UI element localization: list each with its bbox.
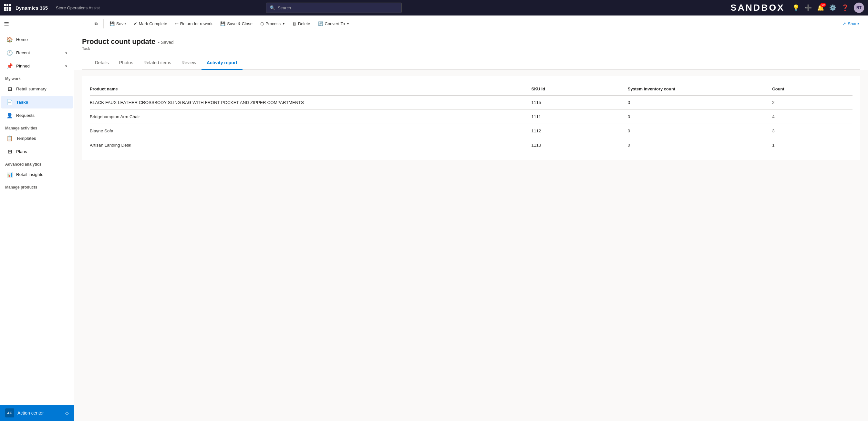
- cell-sku: 1115: [531, 96, 627, 110]
- requests-icon: 👤: [6, 112, 13, 119]
- app-subtitle: Store Operations Assist: [52, 5, 100, 10]
- sidebar-item-recent[interactable]: 🕐 Recent ∨: [1, 46, 73, 59]
- delete-icon: 🗑: [292, 21, 297, 26]
- back-icon: ←: [83, 21, 87, 26]
- help-icon[interactable]: ❓: [841, 4, 848, 11]
- sidebar-item-label: Recent: [16, 51, 30, 55]
- sidebar-item-label: Tasks: [16, 100, 28, 105]
- sidebar-item-label: Retail summary: [16, 87, 46, 91]
- page-subtitle: Task: [82, 46, 860, 51]
- cell-sku: 1111: [531, 110, 627, 124]
- back-button[interactable]: ←: [80, 20, 90, 28]
- mark-complete-button[interactable]: ✔ Mark Complete: [130, 20, 170, 28]
- convert-to-button[interactable]: 🔄 Convert To: [315, 20, 352, 28]
- cell-count: 3: [772, 124, 852, 138]
- table-row: Blayne Sofa 1112 0 3: [90, 124, 852, 138]
- retail-summary-icon: ⊞: [6, 86, 13, 92]
- table-row: Bridgehampton Arm Chair 1111 0 4: [90, 110, 852, 124]
- delete-label: Delete: [298, 21, 310, 26]
- tab-activity-report[interactable]: Activity report: [202, 56, 243, 70]
- table-container: Product name SKU Id System inventory cou…: [82, 76, 860, 160]
- rework-icon: ↩: [175, 21, 179, 26]
- nav-icons: 💡 ➕ 🔔 99 ⚙️ ❓ RT: [793, 3, 864, 13]
- page-header: Product count update - Saved Task Detail…: [74, 32, 868, 70]
- section-manage-products: Manage products: [0, 181, 74, 191]
- cell-sku: 1112: [531, 124, 627, 138]
- search-icon: 🔍: [270, 5, 275, 10]
- search-input[interactable]: [278, 5, 398, 10]
- process-label: Process: [266, 21, 281, 26]
- cell-sic: 0: [628, 138, 772, 152]
- main-layout: ☰ 🏠 Home 🕐 Recent ∨ 📌 Pinned ∨ My work ⊞…: [0, 15, 868, 421]
- sidebar-item-tasks[interactable]: 📄 Tasks: [1, 96, 73, 108]
- user-avatar[interactable]: RT: [854, 3, 864, 13]
- tabs: Details Photos Related items Review Acti…: [82, 56, 860, 70]
- cell-count: 4: [772, 110, 852, 124]
- sidebar-item-label: Templates: [16, 136, 36, 141]
- top-nav: Dynamics 365 Store Operations Assist 🔍 S…: [0, 0, 868, 15]
- action-center-label: Action center: [18, 410, 44, 416]
- save-close-button[interactable]: 💾 Save & Close: [217, 20, 256, 28]
- return-for-rework-button[interactable]: ↩ Return for rework: [172, 20, 216, 28]
- diamond-icon: ◇: [65, 410, 69, 416]
- share-button[interactable]: ↗ Share: [839, 20, 863, 28]
- sidebar-item-label: Requests: [16, 113, 35, 118]
- mark-complete-label: Mark Complete: [139, 21, 167, 26]
- col-header-sic: System inventory count: [628, 84, 772, 96]
- search-bar[interactable]: 🔍: [266, 3, 402, 13]
- save-label: Save: [116, 21, 126, 26]
- lightbulb-icon[interactable]: 💡: [793, 4, 800, 11]
- convert-icon: 🔄: [318, 21, 323, 26]
- sidebar-item-pinned[interactable]: 📌 Pinned ∨: [1, 60, 73, 72]
- col-header-count: Count: [772, 84, 852, 96]
- add-icon[interactable]: ➕: [805, 4, 812, 11]
- sidebar-item-action-center[interactable]: AC Action center ◇: [0, 405, 74, 421]
- pin-icon: 📌: [6, 63, 13, 69]
- sidebar-item-home[interactable]: 🏠 Home: [1, 33, 73, 46]
- sidebar-item-label: Pinned: [16, 64, 30, 68]
- cell-sku: 1113: [531, 138, 627, 152]
- process-icon: ⬡: [260, 21, 264, 26]
- home-icon: 🏠: [6, 36, 13, 43]
- settings-icon[interactable]: ⚙️: [829, 4, 836, 11]
- sandbox-label: SANDBOX: [731, 3, 785, 13]
- cell-product: Blayne Sofa: [90, 124, 531, 138]
- tab-related-items[interactable]: Related items: [138, 56, 176, 70]
- sidebar-item-retail-summary[interactable]: ⊞ Retail summary: [1, 83, 73, 95]
- section-advanced-analytics: Advanced analytics: [0, 158, 74, 168]
- cell-product: Artisan Landing Desk: [90, 138, 531, 152]
- popout-button[interactable]: ⧉: [91, 20, 101, 28]
- save-button[interactable]: 💾 Save: [106, 20, 129, 28]
- sidebar-item-requests[interactable]: 👤 Requests: [1, 109, 73, 122]
- templates-icon: 📋: [6, 135, 13, 141]
- process-button[interactable]: ⬡ Process: [257, 20, 288, 28]
- app-title: Dynamics 365: [16, 5, 48, 11]
- save-close-icon: 💾: [220, 21, 225, 26]
- convert-to-label: Convert To: [325, 21, 345, 26]
- share-icon: ↗: [842, 21, 846, 26]
- sidebar-item-plans[interactable]: ⊞ Plans: [1, 145, 73, 158]
- action-bar: ← ⧉ 💾 Save ✔ Mark Complete ↩ Return for …: [74, 15, 868, 32]
- col-header-product: Product name: [90, 84, 531, 96]
- grid-menu-button[interactable]: [4, 4, 11, 11]
- chevron-down-icon: ∨: [65, 51, 67, 55]
- save-close-label: Save & Close: [227, 21, 252, 26]
- hamburger-button[interactable]: ☰: [1, 18, 73, 30]
- tab-details[interactable]: Details: [90, 56, 114, 70]
- sidebar-item-templates[interactable]: 📋 Templates: [1, 132, 73, 144]
- delete-button[interactable]: 🗑 Delete: [289, 20, 314, 28]
- notification-badge: 99: [820, 3, 826, 7]
- cell-sic: 0: [628, 96, 772, 110]
- cell-count: 2: [772, 96, 852, 110]
- save-icon: 💾: [110, 21, 115, 26]
- tab-review[interactable]: Review: [176, 56, 202, 70]
- col-header-sku: SKU Id: [531, 84, 627, 96]
- recent-icon: 🕐: [6, 50, 13, 56]
- page-content: Product name SKU Id System inventory cou…: [74, 70, 868, 421]
- notification-icon[interactable]: 🔔 99: [817, 4, 824, 11]
- sidebar-item-label: Home: [16, 37, 28, 42]
- return-for-rework-label: Return for rework: [180, 21, 213, 26]
- sidebar-item-retail-insights[interactable]: 📊 Retail insights: [1, 168, 73, 181]
- tab-photos[interactable]: Photos: [114, 56, 138, 70]
- cell-sic: 0: [628, 124, 772, 138]
